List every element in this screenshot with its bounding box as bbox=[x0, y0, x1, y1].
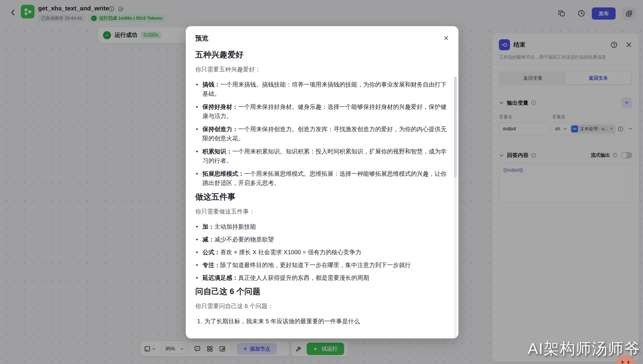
scrollbar[interactable] bbox=[454, 77, 457, 338]
section-heading: 五种兴趣爱好 bbox=[195, 49, 447, 60]
list-item: 保持创造力：一个用来保持创造力。创造力发挥：寻找激发创造力的爱好，为你的内心提供… bbox=[195, 125, 447, 143]
bullet-list: 加：主动加持新技能 减：减少不必要的物质欲望 公式：喜欢 × 擅长 X 社会需求… bbox=[195, 222, 447, 283]
list-item: 专注：除了知道最终目的地，更好知道下一步在哪里，集中注意力到下一步就行 bbox=[195, 261, 447, 270]
list-item: 1.为了长期目标，我未来 5 年应该做的最重要的一件事是什么 bbox=[195, 317, 447, 326]
scrollbar-thumb[interactable] bbox=[454, 77, 457, 178]
section-heading: 问自己这 6 个问题 bbox=[195, 286, 447, 297]
list-item: 保持好身材：一个用来保持好身材。健身乐趣：选择一个能够保持好身材的兴趣爱好，保护… bbox=[195, 102, 447, 121]
section-heading: 做这五件事 bbox=[195, 192, 447, 202]
modal-close-icon[interactable]: ✕ bbox=[444, 35, 449, 42]
section-intro: 你只需要问自己这 6 个问题： bbox=[195, 302, 447, 310]
section-intro: 你只需要做这五件事： bbox=[195, 208, 447, 216]
list-item: 减：减少不必要的物质欲望 bbox=[195, 235, 447, 244]
workflow-editor: get_xhs_text_and_write 已自动保存 20:44:42 ✓ … bbox=[0, 0, 643, 364]
list-item: 积累知识：一个用来积累知识。知识积累：投入时间积累知识，扩展你的视野和智慧，成为… bbox=[195, 147, 447, 165]
section-intro: 你只需要五种兴趣爱好： bbox=[195, 65, 447, 73]
list-item: 延迟满足感：真正使人人获得提升的东西，都是需要漫长的周期 bbox=[195, 273, 447, 283]
list-item: 加：主动加持新技能 bbox=[195, 222, 447, 231]
modal-title: 预览 bbox=[195, 34, 208, 43]
list-item: 拓展思维模式：一个用来拓展思维模式。思维拓展：选择一种能够拓展思维模式的兴趣，让… bbox=[195, 169, 447, 188]
bullet-list: 搞钱：一个用来搞钱。搞钱技能：培养一项用来搞钱的技能，为你的事业发展和财务自由打… bbox=[195, 80, 447, 188]
list-item: 公式：喜欢 × 擅长 X 社会需求 X1000 = 强有力的核心竞争力 bbox=[195, 248, 447, 257]
numbered-list: 1.为了长期目标，我未来 5 年应该做的最重要的一件事是什么 bbox=[195, 317, 447, 326]
list-item: 搞钱：一个用来搞钱。搞钱技能：培养一项用来搞钱的技能，为你的事业发展和财务自由打… bbox=[195, 80, 447, 98]
preview-content: 五种兴趣爱好 你只需要五种兴趣爱好： 搞钱：一个用来搞钱。搞钱技能：培养一项用来… bbox=[186, 46, 458, 331]
preview-modal: 预览 ✕ 五种兴趣爱好 你只需要五种兴趣爱好： 搞钱：一个用来搞钱。搞钱技能：培… bbox=[186, 26, 458, 338]
